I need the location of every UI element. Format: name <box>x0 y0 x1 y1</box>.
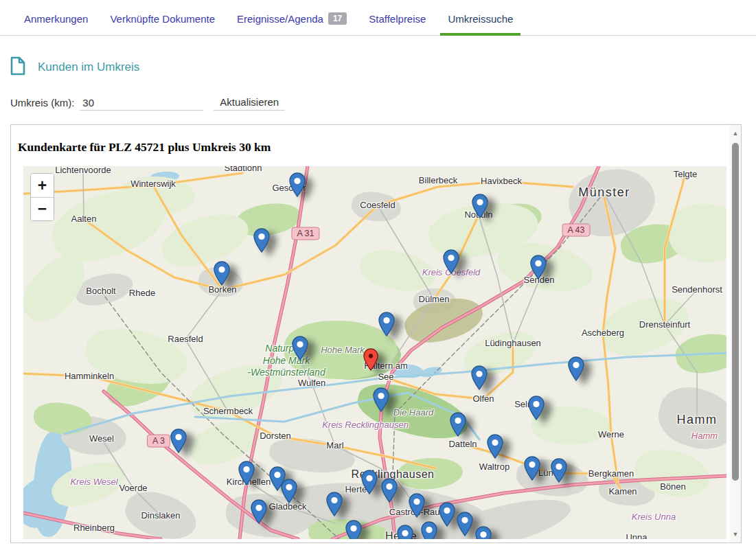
count-badge: 17 <box>328 12 347 25</box>
customer-marker[interactable] <box>381 478 398 503</box>
scroll-down-arrow[interactable]: ▼ <box>730 529 741 540</box>
panel-scrollbar: ▲ ▼ <box>730 125 741 543</box>
customer-marker[interactable] <box>443 249 459 274</box>
map-label: Kamen <box>608 486 637 497</box>
customer-marker[interactable] <box>475 526 492 539</box>
customer-marker[interactable] <box>361 470 378 494</box>
map-label: Lüdinghausen <box>485 338 541 349</box>
tab-staffelpreise[interactable]: Staffelpreise <box>361 8 433 36</box>
radius-input[interactable] <box>80 95 203 111</box>
map-label: Wulfen <box>298 378 325 389</box>
tab-label: Verknüpfte Dokumente <box>110 13 215 25</box>
customer-marker[interactable] <box>487 434 503 459</box>
customer-marker[interactable] <box>251 499 267 524</box>
customer-marker[interactable] <box>472 194 488 218</box>
scroll-up-arrow[interactable]: ▲ <box>730 128 741 139</box>
map-label: Telgte <box>674 169 698 180</box>
customer-marker[interactable] <box>326 492 343 516</box>
map-label: Bönen <box>660 481 686 492</box>
customer-marker[interactable] <box>409 493 425 518</box>
customer-marker[interactable] <box>378 312 395 336</box>
map-label: Lichtenvoorde <box>55 166 111 176</box>
map-zoom-control: + − <box>30 173 54 221</box>
customer-marker[interactable] <box>281 479 297 503</box>
map-label: Drensteinfurt <box>639 319 690 330</box>
center-marker[interactable] <box>363 348 378 371</box>
customer-marker[interactable] <box>253 228 270 253</box>
tab-anmerkungen[interactable]: Anmerkungen <box>16 8 95 36</box>
tab-ereignisse-agenda[interactable]: Ereignisse/Agenda 17 <box>229 7 354 36</box>
map-label: Ascheberg <box>582 328 624 339</box>
customer-marker[interactable] <box>397 525 413 539</box>
map-label: Naturpark Hohe Mark -Westmünsterland <box>247 343 325 379</box>
customer-marker[interactable] <box>170 429 187 453</box>
radius-label: Umkreis (km): <box>10 97 74 111</box>
document-icon <box>10 56 25 78</box>
map-label: Aalten <box>71 214 97 225</box>
map-label: Hamm <box>691 431 718 442</box>
customer-marker[interactable] <box>238 461 255 486</box>
tab-verknuepfte-dokumente[interactable]: Verknüpfte Dokumente <box>102 8 222 36</box>
road-badge: A 31 <box>291 227 319 240</box>
road-badge: A 43 <box>562 224 590 237</box>
tab-umkreissuche[interactable]: Umkreissuche <box>440 8 520 36</box>
customer-marker[interactable] <box>289 172 306 197</box>
map-title: Kundenkarte für PLZ 45721 plus Umkreis 3… <box>18 140 741 155</box>
zoom-out-button[interactable]: − <box>31 197 54 220</box>
map-label: Hamm <box>677 412 718 428</box>
customer-marker[interactable] <box>457 512 473 536</box>
zoom-in-button[interactable]: + <box>31 174 54 197</box>
map-label: Bocholt <box>86 286 115 297</box>
customer-marker[interactable] <box>524 456 540 481</box>
map-canvas[interactable]: + − LichtenvoordeStadtlohnWinterswijkAal… <box>23 166 726 539</box>
map-label: Coesfeld <box>360 200 395 211</box>
road-badge: A 3 <box>147 435 170 448</box>
customer-marker[interactable] <box>568 356 584 381</box>
customer-marker[interactable] <box>373 387 389 412</box>
customer-marker[interactable] <box>528 396 545 420</box>
customer-marker[interactable] <box>292 336 308 361</box>
map-label: Werne <box>598 429 624 440</box>
customer-marker[interactable] <box>450 412 466 437</box>
map-label: Dinslaken <box>141 510 180 521</box>
map-label: Havixbeck <box>481 176 522 187</box>
map-panel: Kundenkarte für PLZ 45721 plus Umkreis 3… <box>10 124 742 543</box>
map-label: Dülmen <box>419 294 450 305</box>
tab-bar: Anmerkungen Verknüpfte Dokumente Ereigni… <box>0 7 756 36</box>
tab-label: Anmerkungen <box>24 13 88 25</box>
customer-marker[interactable] <box>551 458 567 483</box>
customer-marker[interactable] <box>214 261 230 286</box>
section-header: Kunden im Umkreis <box>10 56 756 78</box>
map-label: Unna <box>626 532 647 539</box>
map-label: Rheinberg <box>73 523 115 534</box>
radius-form: Umkreis (km): Aktualisieren <box>10 95 756 111</box>
tab-label: Ereignisse/Agenda <box>237 13 323 25</box>
map-label: Datteln <box>448 439 477 450</box>
map-label: Schermbeck <box>203 406 253 417</box>
map-label: Hohe Mark <box>321 345 365 356</box>
customer-marker[interactable] <box>439 502 455 527</box>
section-title: Kunden im Umkreis <box>38 60 139 74</box>
map-label: Borken <box>208 284 236 295</box>
map-label: Bergkamen <box>588 468 634 479</box>
map-label: Raesfeld <box>168 334 203 345</box>
tab-label: Staffelpreise <box>369 13 426 25</box>
customer-marker[interactable] <box>345 520 362 539</box>
map-label: Dorsten <box>260 431 291 442</box>
scrollbar-thumb[interactable] <box>732 143 739 481</box>
map-label: Kreis Unna <box>632 512 676 523</box>
map-label: Billerbeck <box>419 175 457 186</box>
map-label: Winterswijk <box>130 179 176 190</box>
map-label: Waltrop <box>479 461 509 472</box>
customer-marker[interactable] <box>421 521 437 539</box>
map-label: Rhede <box>129 288 155 299</box>
map-label: Die Haard <box>393 407 434 418</box>
map-label: Olfen <box>472 393 494 404</box>
update-button[interactable]: Aktualisieren <box>214 95 285 111</box>
map-label: Hamminkeln <box>65 371 114 382</box>
customer-marker[interactable] <box>471 365 488 390</box>
map-label: Sendenhorst <box>672 284 722 295</box>
map-label: Wesel <box>89 433 114 444</box>
customer-marker[interactable] <box>530 255 547 279</box>
map-label: Kreis Recklinghausen <box>322 420 409 431</box>
